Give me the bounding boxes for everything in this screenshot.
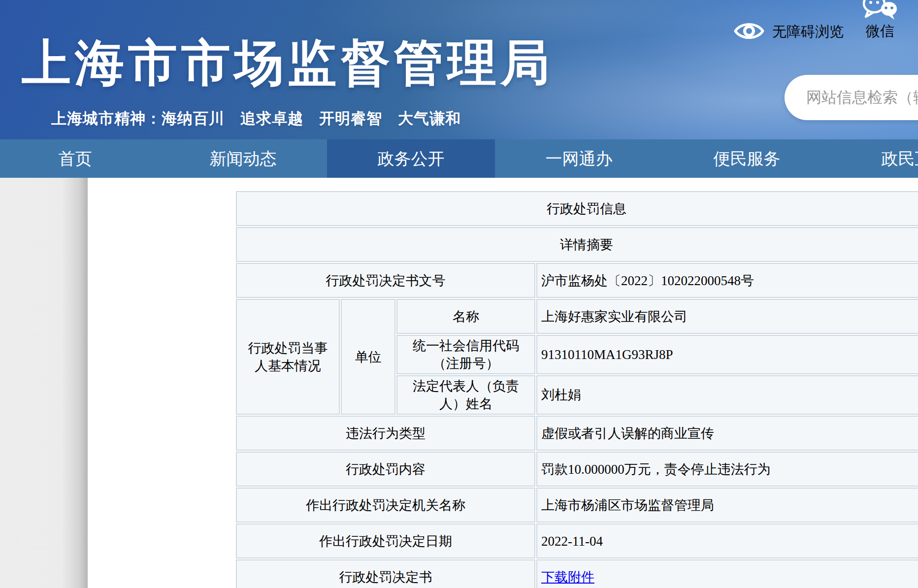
page: 上海市市场监督管理局 上海城市精神：海纳百川 追求卓越 开明睿智 大气谦和 无障…	[0, 0, 918, 588]
site-search-box	[785, 75, 918, 120]
decision-doc-label: 行政处罚决定书	[236, 559, 535, 588]
download-attachment-link[interactable]: 下载附件	[541, 570, 594, 585]
nav-item-news[interactable]: 新闻动态	[159, 139, 327, 178]
table-row: 作出行政处罚决定机关名称 上海市杨浦区市场监督管理局	[236, 488, 918, 523]
table-row: 行政处罚决定书文号 沪市监杨处〔2022〕102022000548号	[236, 263, 918, 298]
decision-doc-no-label: 行政处罚决定书文号	[236, 263, 535, 298]
unit-label: 单位	[341, 299, 395, 415]
table-row: 行政处罚当事人基本情况 单位 名称 上海好惠家实业有限公司	[236, 299, 918, 334]
table-row: 违法行为类型 虚假或者引人误解的商业宣传	[236, 416, 918, 451]
site-header: 上海市市场监督管理局 上海城市精神：海纳百川 追求卓越 开明睿智 大气谦和 无障…	[0, 0, 918, 139]
nav-item-one-stop[interactable]: 一网通办	[495, 139, 663, 178]
wechat-icon	[861, 0, 899, 25]
party-section-label: 行政处罚当事人基本情况	[236, 299, 340, 415]
decision-doc-no-value: 沪市监杨处〔2022〕102022000548号	[536, 263, 918, 298]
authority-value: 上海市杨浦区市场监督管理局	[536, 488, 918, 523]
table-row: 行政处罚决定书 下载附件	[236, 559, 918, 588]
decision-date-value: 2022-11-04	[536, 523, 918, 558]
accessibility-button[interactable]: 无障碍浏览	[733, 17, 844, 47]
table-row: 详情摘要	[236, 227, 918, 262]
decision-date-label: 作出行政处罚决定日期	[236, 523, 535, 558]
nav-item-public-service[interactable]: 便民服务	[663, 139, 831, 178]
penalty-content-label: 行政处罚内容	[236, 452, 535, 487]
legal-rep-value: 刘杜娟	[536, 375, 918, 415]
table-row: 行政处罚内容 罚款10.000000万元，责令停止违法行为	[236, 452, 918, 487]
violation-type-label: 违法行为类型	[236, 416, 535, 451]
credit-code-label: 统一社会信用代码（注册号）	[396, 335, 535, 374]
nav-item-gov-affairs[interactable]: 政务公开	[327, 139, 495, 178]
nav-items: 首页 新闻动态 政务公开 一网通办 便民服务 政民互动	[0, 139, 918, 178]
accessibility-label: 无障碍浏览	[772, 22, 844, 42]
site-title: 上海市市场监督管理局	[22, 31, 554, 97]
summary-header: 详情摘要	[236, 227, 918, 262]
main-navbar: 首页 新闻动态 政务公开 一网通办 便民服务 政民互动	[0, 139, 918, 178]
search-input[interactable]	[785, 89, 918, 106]
eye-icon	[733, 18, 765, 46]
penalty-info-table: 行政处罚信息 详情摘要 行政处罚决定书文号 沪市监杨处〔2022〕1020220…	[235, 190, 918, 588]
table-title: 行政处罚信息	[236, 191, 918, 226]
name-label: 名称	[396, 299, 535, 334]
table-row: 作出行政处罚决定日期 2022-11-04	[236, 523, 918, 558]
nav-item-interaction[interactable]: 政民互动	[831, 139, 918, 178]
wechat-label: 微信	[866, 22, 894, 41]
credit-code-value: 91310110MA1G93RJ8P	[536, 335, 918, 374]
city-spirit-slogan: 上海城市精神：海纳百川 追求卓越 开明睿智 大气谦和	[51, 108, 461, 129]
authority-label: 作出行政处罚决定机关名称	[236, 488, 535, 523]
penalty-content-value: 罚款10.000000万元，责令停止违法行为	[536, 452, 918, 487]
legal-rep-label: 法定代表人（负责人）姓名	[396, 375, 535, 415]
table-row: 行政处罚信息	[236, 191, 918, 226]
nav-item-home[interactable]: 首页	[0, 139, 159, 178]
left-sidebar-strip	[0, 178, 88, 588]
violation-type-value: 虚假或者引人误解的商业宣传	[536, 416, 918, 451]
name-value: 上海好惠家实业有限公司	[536, 299, 918, 334]
